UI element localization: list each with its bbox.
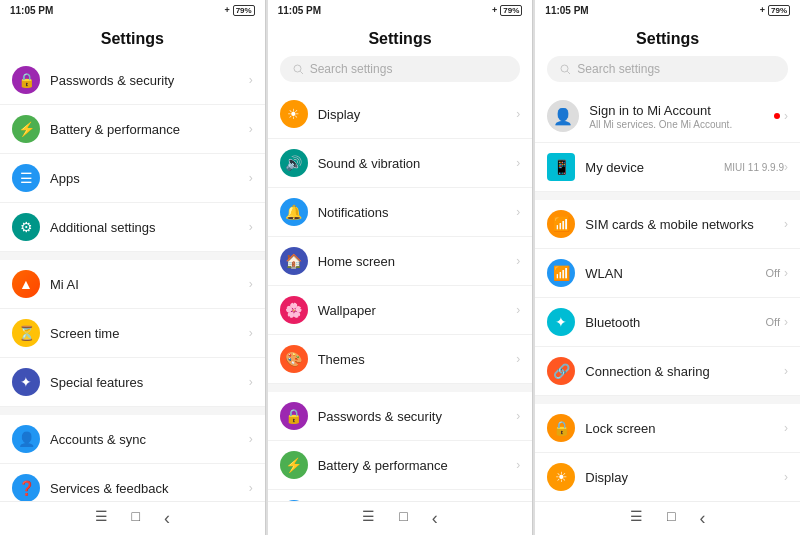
services-chevron: › xyxy=(249,481,253,495)
settings-item-battery[interactable]: ⚡Battery & performance› xyxy=(0,105,265,154)
settings-item-services[interactable]: ❓Services & feedback› xyxy=(0,464,265,501)
settings-item-sound[interactable]: 🔊Sound & vibration› xyxy=(268,139,533,188)
passwords-chevron: › xyxy=(249,73,253,87)
passwords2-label: Passwords & security xyxy=(318,409,517,424)
settings-item-screentime[interactable]: ⏳Screen time› xyxy=(0,309,265,358)
device-right: MIUI 11 9.9.9 › xyxy=(724,160,788,174)
phone-panel-panel3: 11:05 PM + 79% Settings Search settings … xyxy=(535,0,800,535)
additional-icon: ⚙ xyxy=(12,213,40,241)
themes-chevron: › xyxy=(516,352,520,366)
settings-item-display[interactable]: ☀Display› xyxy=(268,90,533,139)
account-label: Sign in to Mi Account xyxy=(589,103,774,118)
search-placeholder: Search settings xyxy=(310,62,393,76)
section-divider xyxy=(535,192,800,200)
settings-item-lockscreen[interactable]: 🔒Lock screen› xyxy=(535,404,800,453)
nav-home-icon[interactable]: □ xyxy=(132,508,140,529)
search-bar[interactable]: Search settings xyxy=(280,56,521,82)
settings-item-apps2[interactable]: ☰Apps› xyxy=(268,490,533,501)
nav-back-icon[interactable]: ‹ xyxy=(164,508,170,529)
device-item[interactable]: 📱 My device MIUI 11 9.9.9 › xyxy=(535,143,800,192)
settings-item-passwords2[interactable]: 🔒Passwords & security› xyxy=(268,392,533,441)
settings-item-accounts[interactable]: 👤Accounts & sync› xyxy=(0,415,265,464)
nav-back-icon[interactable]: ‹ xyxy=(432,508,438,529)
homescreen-right: › xyxy=(516,254,520,268)
battery-right: › xyxy=(249,122,253,136)
accounts-icon: 👤 xyxy=(12,425,40,453)
settings-item-apps[interactable]: ☰Apps› xyxy=(0,154,265,203)
phone-panel-panel1: 11:05 PM + 79% Settings🔒Passwords & secu… xyxy=(0,0,266,535)
bluetooth-chevron: › xyxy=(784,315,788,329)
special-icon: ✦ xyxy=(12,368,40,396)
settings-item-homescreen[interactable]: 🏠Home screen› xyxy=(268,237,533,286)
passwords-icon: 🔒 xyxy=(12,66,40,94)
nav-menu-icon[interactable]: ☰ xyxy=(95,508,108,529)
red-dot-indicator xyxy=(774,113,780,119)
search-icon xyxy=(559,63,571,75)
sound-chevron: › xyxy=(516,156,520,170)
connection-icon: 🔗 xyxy=(547,357,575,385)
search-bar[interactable]: Search settings xyxy=(547,56,788,82)
wlan-label: WLAN xyxy=(585,266,765,281)
bluetooth-right: Off› xyxy=(766,315,788,329)
settings-item-additional[interactable]: ⚙Additional settings› xyxy=(0,203,265,252)
nav-back-icon[interactable]: ‹ xyxy=(699,508,705,529)
settings-item-notifications[interactable]: 🔔Notifications› xyxy=(268,188,533,237)
settings-item-themes[interactable]: 🎨Themes› xyxy=(268,335,533,384)
passwords2-right: › xyxy=(516,409,520,423)
settings-item-wallpaper[interactable]: 🌸Wallpaper› xyxy=(268,286,533,335)
search-icon xyxy=(292,63,304,75)
settings-item-sim[interactable]: 📶SIM cards & mobile networks› xyxy=(535,200,800,249)
bluetooth-icon: ✦ xyxy=(547,308,575,336)
battery-label: Battery & performance xyxy=(50,122,249,137)
settings-title: Settings xyxy=(535,20,800,56)
display-icon: ☀ xyxy=(280,100,308,128)
special-label: Special features xyxy=(50,375,249,390)
themes-label: Themes xyxy=(318,352,517,367)
display2-icon: ☀ xyxy=(547,463,575,491)
status-bar: 11:05 PM + 79% xyxy=(0,0,265,20)
account-item[interactable]: 👤 Sign in to Mi Account All Mi services.… xyxy=(535,90,800,143)
themes-icon: 🎨 xyxy=(280,345,308,373)
status-time: 11:05 PM xyxy=(10,5,53,16)
nav-menu-icon[interactable]: ☰ xyxy=(630,508,643,529)
passwords-right: › xyxy=(249,73,253,87)
miai-label: Mi AI xyxy=(50,277,249,292)
themes-right: › xyxy=(516,352,520,366)
miai-icon: ▲ xyxy=(12,270,40,298)
nav-bar: ☰ □ ‹ xyxy=(268,501,533,535)
sim-chevron: › xyxy=(784,217,788,231)
lockscreen-right: › xyxy=(784,421,788,435)
nav-home-icon[interactable]: □ xyxy=(399,508,407,529)
nav-menu-icon[interactable]: ☰ xyxy=(362,508,375,529)
svg-point-0 xyxy=(294,65,301,72)
settings-item-display2[interactable]: ☀Display› xyxy=(535,453,800,501)
device-label: My device xyxy=(585,160,724,175)
status-time: 11:05 PM xyxy=(545,5,588,16)
services-label: Services & feedback xyxy=(50,481,249,496)
settings-item-connection[interactable]: 🔗Connection & sharing› xyxy=(535,347,800,396)
settings-list: 🔒Passwords & security›⚡Battery & perform… xyxy=(0,56,265,501)
screentime-chevron: › xyxy=(249,326,253,340)
section-divider-3 xyxy=(0,407,265,415)
settings-item-passwords[interactable]: 🔒Passwords & security› xyxy=(0,56,265,105)
svg-point-2 xyxy=(561,65,568,72)
lockscreen-label: Lock screen xyxy=(585,421,784,436)
lockscreen-icon: 🔒 xyxy=(547,414,575,442)
nav-home-icon[interactable]: □ xyxy=(667,508,675,529)
display-label: Display xyxy=(318,107,517,122)
settings-item-miai[interactable]: ▲Mi AI› xyxy=(0,260,265,309)
section-divider-2 xyxy=(268,384,533,392)
services-icon: ❓ xyxy=(12,474,40,501)
accounts-label: Accounts & sync xyxy=(50,432,249,447)
sim-icon: 📶 xyxy=(547,210,575,238)
bluetooth-value: Off xyxy=(766,316,780,328)
settings-list: 👤 Sign in to Mi Account All Mi services.… xyxy=(535,90,800,501)
settings-item-bluetooth[interactable]: ✦BluetoothOff› xyxy=(535,298,800,347)
homescreen-chevron: › xyxy=(516,254,520,268)
battery2-icon: ⚡ xyxy=(280,451,308,479)
settings-item-special[interactable]: ✦Special features› xyxy=(0,358,265,407)
miai-right: › xyxy=(249,277,253,291)
wallpaper-chevron: › xyxy=(516,303,520,317)
settings-item-battery2[interactable]: ⚡Battery & performance› xyxy=(268,441,533,490)
settings-item-wlan[interactable]: 📶WLANOff› xyxy=(535,249,800,298)
